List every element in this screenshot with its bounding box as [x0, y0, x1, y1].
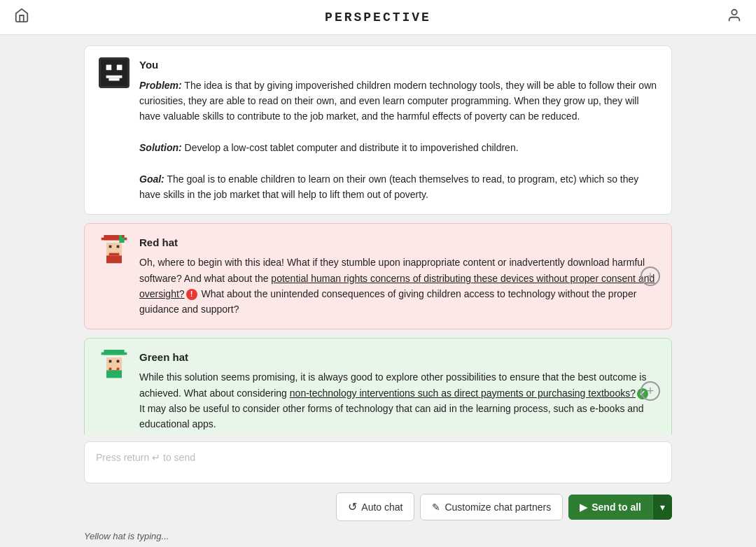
message-content-green-hat: Green hat While this solution seems prom…: [139, 350, 657, 432]
message-text-green-hat: While this solution seems promising, it …: [139, 369, 657, 432]
user-icon[interactable]: [727, 8, 742, 27]
status-text: Yellow hat is typing...: [84, 531, 169, 541]
message-input[interactable]: Press return ↵ to send: [84, 441, 672, 483]
svg-rect-22: [109, 367, 112, 370]
message-green-hat: Green hat While this solution seems prom…: [84, 338, 672, 434]
customize-button[interactable]: ✎ Customize chat partners: [420, 494, 563, 520]
message-content-red-hat: Red hat Oh, where to begin with this ide…: [139, 235, 657, 318]
message-content-you: You Problem: The idea is that by giving …: [139, 57, 657, 203]
svg-point-0: [732, 10, 736, 15]
customize-icon: ✎: [432, 502, 440, 513]
header: PERSPECTIVE: [0, 0, 756, 35]
svg-rect-25: [106, 370, 122, 378]
svg-rect-12: [109, 253, 120, 255]
chat-area: You Problem: The idea is that by giving …: [0, 35, 756, 434]
send-to-all-button[interactable]: ▶ Send to all: [568, 495, 652, 520]
svg-rect-4: [106, 76, 122, 78]
send-all-button-group: ▶ Send to all ▾: [568, 495, 672, 520]
avatar-green-hat: [99, 350, 130, 381]
svg-rect-5: [108, 78, 119, 81]
dropdown-icon: ▾: [660, 502, 665, 513]
svg-rect-11: [117, 245, 120, 248]
red-hat-plus-button[interactable]: +: [640, 267, 660, 286]
avatar-red-hat: [99, 235, 130, 266]
svg-rect-19: [106, 357, 122, 370]
svg-rect-13: [106, 255, 122, 263]
svg-rect-14: [119, 235, 122, 243]
message-you: You Problem: The idea is that by giving …: [84, 45, 672, 215]
toolbar: ↺ Auto chat ✎ Customize chat partners ▶ …: [0, 487, 756, 528]
message-name-red-hat: Red hat: [139, 235, 657, 251]
svg-rect-21: [117, 360, 120, 362]
send-label: Send to all: [592, 502, 641, 513]
svg-rect-2: [106, 65, 112, 71]
svg-rect-20: [109, 360, 112, 362]
message-name-you: You: [139, 57, 657, 73]
send-dropdown-button[interactable]: ▾: [652, 495, 672, 520]
green-hat-plus-button[interactable]: +: [640, 381, 660, 401]
svg-rect-18: [102, 352, 127, 355]
svg-rect-3: [117, 65, 122, 71]
auto-chat-icon: ↺: [348, 500, 357, 513]
home-icon[interactable]: [14, 8, 29, 27]
app-title: PERSPECTIVE: [325, 10, 431, 24]
message-text-you: Problem: The idea is that by giving impo…: [139, 78, 657, 203]
main-content: You Problem: The idea is that by giving …: [0, 35, 756, 547]
customize-label: Customize chat partners: [444, 502, 551, 513]
send-icon: ▶: [580, 502, 587, 513]
message-name-green-hat: Green hat: [139, 350, 657, 366]
input-area: Press return ↵ to send: [0, 434, 756, 487]
message-text-red-hat: Oh, where to begin with this idea! What …: [139, 255, 657, 318]
status-bar: Yellow hat is typing...: [0, 528, 756, 547]
message-red-hat: Red hat Oh, where to begin with this ide…: [84, 223, 672, 329]
auto-chat-label: Auto chat: [361, 502, 402, 513]
auto-chat-button[interactable]: ↺ Auto chat: [336, 492, 414, 521]
input-placeholder: Press return ↵ to send: [96, 452, 195, 463]
svg-rect-1: [101, 59, 127, 86]
svg-rect-15: [122, 237, 125, 242]
avatar-you: [99, 57, 130, 88]
svg-rect-10: [109, 245, 112, 248]
svg-rect-24: [117, 367, 120, 370]
